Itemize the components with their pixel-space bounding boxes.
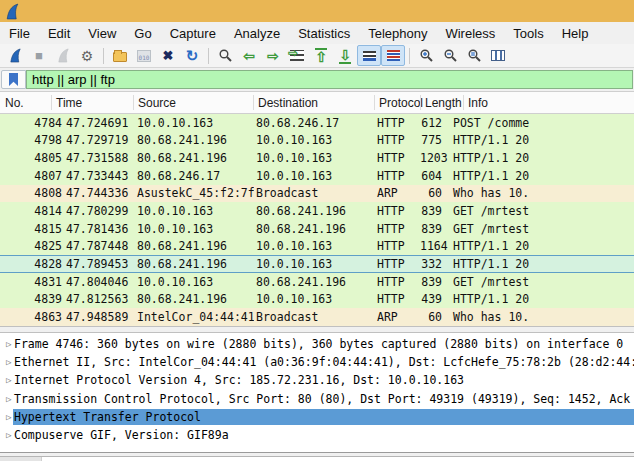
auto-scroll-toggle[interactable] bbox=[357, 45, 381, 66]
previous-packet-button[interactable]: ⇦ bbox=[237, 45, 261, 66]
menu-help[interactable]: Help bbox=[553, 24, 598, 43]
menu-bar: File Edit View Go Capture Analyze Statis… bbox=[0, 22, 634, 44]
find-packet-button[interactable] bbox=[213, 45, 237, 66]
packet-row[interactable]: 480547.73158880.68.241.19610.0.10.163HTT… bbox=[0, 149, 634, 167]
toolbar-separator bbox=[409, 48, 410, 64]
display-filter-input[interactable]: http || arp || ftp bbox=[26, 70, 633, 89]
toolbar-separator bbox=[208, 48, 209, 64]
column-divider[interactable] bbox=[374, 95, 375, 110]
column-divider[interactable] bbox=[133, 95, 134, 110]
detail-row-gif[interactable]: ▷ Compuserve GIF, Version: GIF89a bbox=[0, 426, 634, 444]
column-header-no[interactable]: No. bbox=[5, 96, 24, 110]
menu-statistics[interactable]: Statistics bbox=[289, 24, 359, 43]
column-header-time[interactable]: Time bbox=[56, 96, 82, 110]
packet-row[interactable]: 480847.744336AsustekC_45:f2:7fBroadcastA… bbox=[0, 185, 634, 203]
packet-row[interactable]: 481547.78143610.0.10.16380.68.241.196HTT… bbox=[0, 220, 634, 238]
column-header-source[interactable]: Source bbox=[138, 96, 176, 110]
expand-arrow-icon[interactable]: ▷ bbox=[0, 412, 13, 422]
filter-bookmark-button[interactable] bbox=[1, 70, 26, 89]
menu-capture[interactable]: Capture bbox=[161, 24, 225, 43]
go-to-packet-icon: ⇨ bbox=[290, 50, 304, 61]
menu-go[interactable]: Go bbox=[125, 24, 160, 43]
menu-file[interactable]: File bbox=[0, 24, 39, 43]
restart-capture-icon bbox=[56, 48, 71, 63]
packet-row-selected[interactable]: 482847.78945380.68.241.19610.0.10.163HTT… bbox=[0, 255, 634, 273]
packet-row[interactable]: 480747.73344380.68.246.1710.0.10.163HTTP… bbox=[0, 167, 634, 185]
packet-list: 478447.72469110.0.10.16380.68.246.17HTTP… bbox=[0, 114, 634, 326]
detail-row-http-selected[interactable]: ▷ Hypertext Transfer Protocol bbox=[0, 408, 634, 426]
zoom-in-icon bbox=[419, 48, 434, 63]
go-to-last-icon: ⇩ bbox=[339, 48, 351, 64]
open-file-button[interactable] bbox=[108, 45, 132, 66]
expand-arrow-icon[interactable]: ▷ bbox=[0, 357, 13, 367]
column-header-protocol[interactable]: Protocol bbox=[379, 96, 423, 110]
menu-view[interactable]: View bbox=[79, 24, 125, 43]
packet-row[interactable]: 486347.948589IntelCor_04:44:41BroadcastA… bbox=[0, 308, 634, 326]
reload-icon: ↻ bbox=[186, 48, 199, 63]
detail-row-ip[interactable]: ▷ Internet Protocol Version 4, Src: 185.… bbox=[0, 371, 634, 389]
bytes-offset-cell bbox=[0, 457, 42, 461]
expand-arrow-icon[interactable]: ▷ bbox=[0, 339, 13, 349]
auto-scroll-icon bbox=[363, 51, 376, 61]
pane-splitter[interactable] bbox=[0, 326, 634, 333]
start-capture-icon bbox=[8, 48, 23, 63]
packet-row[interactable]: 482547.78744880.68.241.19610.0.10.163HTT… bbox=[0, 238, 634, 256]
colorize-icon bbox=[387, 50, 400, 61]
next-packet-button[interactable]: ⇨ bbox=[261, 45, 285, 66]
reload-file-button[interactable]: ↻ bbox=[180, 45, 204, 66]
previous-packet-icon: ⇦ bbox=[243, 49, 255, 63]
expand-arrow-icon[interactable]: ▷ bbox=[0, 430, 13, 440]
menu-telephony[interactable]: Telephony bbox=[359, 24, 436, 43]
menu-edit[interactable]: Edit bbox=[39, 24, 79, 43]
expand-arrow-icon[interactable]: ▷ bbox=[0, 394, 13, 404]
zoom-reset-button[interactable] bbox=[462, 45, 486, 66]
go-to-first-icon: ⇧ bbox=[315, 48, 327, 64]
column-header-destination[interactable]: Destination bbox=[258, 96, 318, 110]
packet-row[interactable]: 483947.81256380.68.241.19610.0.10.163HTT… bbox=[0, 291, 634, 309]
filter-bar: http || arp || ftp bbox=[0, 68, 634, 92]
stop-capture-button[interactable]: ■ bbox=[27, 45, 51, 66]
resize-columns-button[interactable] bbox=[486, 45, 510, 66]
main-toolbar: ■ ⚙ 010 ✖ ↻ ⇦ bbox=[0, 44, 634, 68]
packet-row[interactable]: 478447.72469110.0.10.16380.68.246.17HTTP… bbox=[0, 114, 634, 132]
expand-arrow-icon[interactable]: ▷ bbox=[0, 375, 13, 385]
open-file-icon bbox=[113, 52, 127, 62]
wireshark-fin-icon bbox=[4, 3, 21, 20]
go-to-last-button[interactable]: ⇩ bbox=[333, 45, 357, 66]
menu-tools[interactable]: Tools bbox=[504, 24, 552, 43]
go-to-packet-button[interactable]: ⇨ bbox=[285, 45, 309, 66]
column-divider[interactable] bbox=[420, 95, 421, 110]
close-file-icon: ✖ bbox=[163, 49, 174, 62]
packet-details-pane: ▷ Frame 4746: 360 bytes on wire (2880 bi… bbox=[0, 333, 634, 452]
bookmark-icon bbox=[9, 73, 18, 86]
colorize-toggle[interactable] bbox=[381, 45, 405, 66]
restart-capture-button[interactable] bbox=[51, 45, 75, 66]
go-to-first-button[interactable]: ⇧ bbox=[309, 45, 333, 66]
column-divider[interactable] bbox=[51, 95, 52, 110]
packet-bytes-pane bbox=[0, 457, 634, 461]
column-header-info[interactable]: Info bbox=[468, 96, 488, 110]
save-file-button[interactable]: 010 bbox=[132, 45, 156, 66]
save-file-icon: 010 bbox=[137, 50, 151, 62]
menu-wireless[interactable]: Wireless bbox=[436, 24, 504, 43]
column-divider[interactable] bbox=[463, 95, 464, 110]
zoom-in-button[interactable] bbox=[414, 45, 438, 66]
close-file-button[interactable]: ✖ bbox=[156, 45, 180, 66]
packet-row[interactable]: 481447.78029910.0.10.16380.68.241.196HTT… bbox=[0, 202, 634, 220]
detail-row-frame[interactable]: ▷ Frame 4746: 360 bytes on wire (2880 bi… bbox=[0, 335, 634, 353]
column-header-length[interactable]: Length bbox=[425, 96, 462, 110]
packet-row[interactable]: 483147.80404610.0.10.16380.68.241.196HTT… bbox=[0, 273, 634, 291]
zoom-reset-icon bbox=[467, 48, 482, 63]
start-capture-button[interactable] bbox=[3, 45, 27, 66]
detail-row-tcp[interactable]: ▷ Transmission Control Protocol, Src Por… bbox=[0, 390, 634, 408]
wireshark-window: File Edit View Go Capture Analyze Statis… bbox=[0, 0, 634, 461]
menu-analyze[interactable]: Analyze bbox=[225, 24, 289, 43]
capture-options-icon: ⚙ bbox=[81, 49, 94, 63]
zoom-out-button[interactable] bbox=[438, 45, 462, 66]
column-divider[interactable] bbox=[253, 95, 254, 110]
capture-options-button[interactable]: ⚙ bbox=[75, 45, 99, 66]
packet-row[interactable]: 479847.72971980.68.241.19610.0.10.163HTT… bbox=[0, 132, 634, 150]
detail-row-ethernet[interactable]: ▷ Ethernet II, Src: IntelCor_04:44:41 (a… bbox=[0, 353, 634, 371]
title-bar bbox=[0, 0, 634, 22]
next-packet-icon: ⇨ bbox=[267, 49, 279, 63]
